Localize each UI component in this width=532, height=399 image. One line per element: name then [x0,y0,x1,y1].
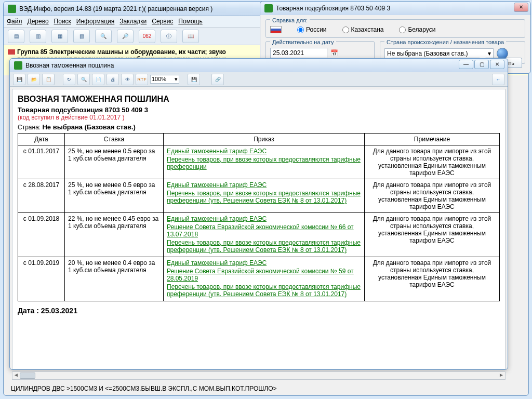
dlg-close-button[interactable]: ✕ [514,3,528,12]
duty-window: Ввозная таможенная пошлина — ▢ ✕ 💾 📂 📋 ↻… [9,58,508,370]
cell-note: Для данного товара при импорте из этой с… [365,213,500,257]
cell-rate: 25 %, но не менее 0.5 евро за 1 куб.см о… [65,179,164,213]
main-title-ext: ( расширенная версия ) [144,5,212,12]
cell-order: Единый таможенный тариф ЕАЭСРешение Сове… [164,213,365,257]
th-order: Приказ [164,134,365,145]
order-link[interactable]: Перечень товаров, при ввозе которых пред… [167,190,361,204]
child-titlebar[interactable]: Ввозная таможенная пошлина [10,59,508,72]
cell-date: с 01.09.2018 [18,213,65,257]
scroll-thumb[interactable] [20,373,35,379]
cell-note: Для данного товара при импорте из этой с… [365,145,500,179]
cell-rate: 20 %, но не менее 0.4 евро за 1 куб.см о… [65,257,164,301]
tb-refresh[interactable]: ↻ [63,74,75,85]
dlg-icon [264,4,273,12]
doc-effective: (код вступил в действие 01.01.2017 ) [18,114,500,121]
tb-open[interactable]: 📂 [28,74,40,85]
child-title: Ввозная таможенная пошлина [25,62,114,69]
main-title: ВЭД-Инфо, версия 14.83 (19 марта 2021 г.… [19,5,144,12]
child-icon [14,61,22,70]
tb-print[interactable]: 🖨 [107,74,119,85]
cell-order: Единый таможенный тариф ЕАЭСРешение Сове… [164,257,365,301]
cell-rate: 22 %, но не менее 0.45 евро за 1 куб.см … [65,213,164,257]
menu-help[interactable]: Помощь [178,18,202,25]
zoom-select[interactable]: 100%▾ [150,75,179,84]
chevron-down-icon: ▾ [175,76,178,83]
tb-back[interactable]: ← [492,74,504,85]
child-minimize-button[interactable]: — [459,60,473,69]
tool-info[interactable]: ⓘ [161,30,177,43]
menu-service[interactable]: Сервис [152,18,173,25]
table-row: с 01.09.201822 %, но не менее 0.45 евро … [18,213,500,257]
origin-country-legend: Страна происхождения / назначения товара [384,39,506,45]
tool-button-1[interactable]: ▤ [8,30,24,43]
tool-button-2[interactable]: ▥ [30,30,46,43]
cell-date: с 01.01.2017 [18,145,65,179]
app-icon [8,5,16,13]
order-link[interactable]: Единый таможенный тариф ЕАЭС [167,215,361,222]
document-content: ВВОЗНАЯ ТАМОЖЕННАЯ ПОШЛИНА Товарная подс… [12,89,506,369]
tb-preview[interactable]: 👁 [121,74,134,85]
order-link[interactable]: Единый таможенный тариф ЕАЭС [167,181,361,189]
menu-file[interactable]: Файл [7,18,22,25]
radio-belarus[interactable]: Беларуси [399,26,435,33]
radio-kazakhstan[interactable]: Казахстана [342,26,384,33]
book-icon [8,49,15,55]
tool-book[interactable]: 📖 [182,30,199,43]
cell-date: с 01.09.2019 [18,257,65,301]
table-row: с 01.01.201725 %, но не менее 0.5 евро з… [18,145,500,179]
dlg-titlebar[interactable]: Товарная подсубпозиция 8703 50 409 3 [260,2,530,15]
valid-date-legend: Действительно на дату [270,39,336,45]
tb-rtf[interactable]: RTF [136,74,148,85]
cell-order: Единый таможенный тариф ЕАЭСПеречень тов… [164,145,365,179]
duty-table: Дата Ставка Приказ Примечание с 01.01.20… [18,133,500,301]
menu-bookmarks[interactable]: Закладки [119,18,147,25]
order-link[interactable]: Решение Совета Евразийской экономической… [167,223,361,238]
doc-subtitle: Товарная подсубпозиция 8703 50 409 3 [18,106,500,114]
tree-line1[interactable]: Группа 85 Электрические машины и оборудо… [17,48,226,56]
cell-note: Для данного товара при импорте из этой с… [365,179,500,213]
menu-search[interactable]: Поиск [54,18,71,25]
tb-save2[interactable]: 💾 [188,74,200,85]
menu-tree[interactable]: Дерево [28,18,49,25]
tool-zoom[interactable]: 🔎 [117,30,134,43]
tb-save[interactable]: 💾 [13,74,25,85]
reference-for-fieldset: Справка для: России Казахстана Беларуси [265,19,525,38]
cell-date: с 28.08.2017 [18,179,65,213]
tool-code[interactable]: 062 [139,30,155,43]
cell-order: Единый таможенный тариф ЕАЭСПеречень тов… [164,179,365,213]
order-link[interactable]: Единый таможенный тариф ЕАЭС [167,148,361,155]
flag-icon [270,26,282,33]
order-link[interactable]: Единый таможенный тариф ЕАЭС [167,259,361,267]
tb-doc[interactable]: 📄 [92,74,104,85]
cell-note: Для данного товара при импорте из этой с… [365,257,500,301]
country-select[interactable]: Не выбрана (Базовая став.)▾ [384,48,494,59]
child-maximize-button[interactable]: ▢ [474,60,489,69]
order-link[interactable]: Решение Совета Евразийской экономической… [167,268,361,282]
doc-title: ВВОЗНАЯ ТАМОЖЕННАЯ ПОШЛИНА [18,95,500,104]
tb-search[interactable]: 🔍 [77,74,90,85]
country-value: Не выбрана (Базовая став.) [42,123,135,131]
date-input[interactable]: 25.03.2021 [270,48,327,58]
calendar-icon[interactable]: 📅 [330,49,338,57]
cell-rate: 25 %, но не менее 0.5 евро за 1 куб.см о… [65,145,164,179]
th-note: Примечание [365,134,500,145]
horizontal-scrollbar[interactable] [12,371,506,380]
tool-button-4[interactable]: ▧ [73,30,90,43]
country-label: Страна: [18,124,42,131]
dlg-title: Товарная подсубпозиция 8703 50 409 3 [276,5,390,12]
tb-copy[interactable]: 📋 [42,74,55,85]
child-close-button[interactable]: ✕ [490,60,504,69]
table-row: с 28.08.201725 %, но не менее 0.5 евро з… [18,179,500,213]
status-footer: ЦИЛИНДРОВ ДВС >1500СМ3 И <=2500СМ3,БЫВШ.… [11,385,277,392]
order-link[interactable]: Перечень товаров, при ввозе которых пред… [167,283,361,298]
date-footer: Дата : 25.03.2021 [18,307,500,315]
chevron-down-icon: ▾ [488,50,491,57]
tool-search[interactable]: 🔍 [95,30,112,43]
th-date: Дата [18,134,65,145]
menu-info[interactable]: Информация [76,18,114,25]
order-link[interactable]: Перечень товаров, при ввозе которых пред… [167,239,361,254]
radio-russia[interactable]: России [297,26,327,33]
tb-link[interactable]: 🔗 [211,74,224,85]
tool-button-3[interactable]: ▦ [51,30,68,43]
order-link[interactable]: Перечень товаров, при ввозе которых пред… [167,156,361,170]
